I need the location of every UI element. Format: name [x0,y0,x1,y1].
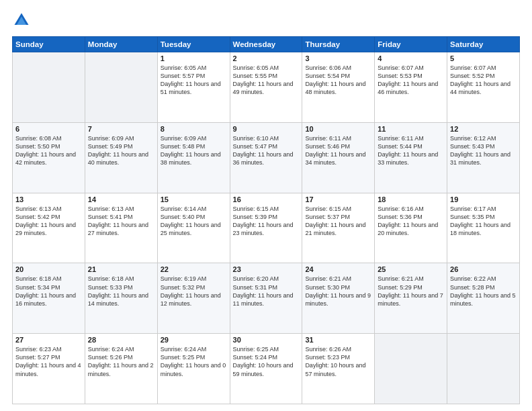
calendar-cell: 8Sunrise: 6:09 AM Sunset: 5:48 PM Daylig… [157,122,230,193]
day-info: Sunrise: 6:21 AM Sunset: 5:30 PM Dayligh… [305,275,371,308]
day-number: 11 [378,125,444,133]
calendar-cell: 17Sunrise: 6:15 AM Sunset: 5:37 PM Dayli… [302,193,375,263]
day-info: Sunrise: 6:26 AM Sunset: 5:23 PM Dayligh… [305,345,371,378]
calendar-cell: 23Sunrise: 6:20 AM Sunset: 5:31 PM Dayli… [230,263,302,334]
calendar-body: 1Sunrise: 6:05 AM Sunset: 5:57 PM Daylig… [13,52,520,404]
calendar-table: SundayMondayTuesdayWednesdayThursdayFrid… [12,36,520,404]
day-info: Sunrise: 6:13 AM Sunset: 5:42 PM Dayligh… [15,205,82,238]
day-info: Sunrise: 6:14 AM Sunset: 5:40 PM Dayligh… [161,205,227,238]
day-number: 29 [161,336,227,344]
calendar-week-3: 13Sunrise: 6:13 AM Sunset: 5:42 PM Dayli… [13,193,520,263]
calendar-cell: 12Sunrise: 6:12 AM Sunset: 5:43 PM Dayli… [447,122,520,193]
calendar-week-4: 20Sunrise: 6:18 AM Sunset: 5:34 PM Dayli… [13,263,520,334]
calendar-cell: 18Sunrise: 6:16 AM Sunset: 5:36 PM Dayli… [375,193,447,263]
day-number: 18 [378,195,444,203]
weekday-header-sunday: Sunday [13,37,85,52]
day-number: 21 [88,265,154,273]
day-number: 17 [305,195,371,203]
calendar-cell: 2Sunrise: 6:05 AM Sunset: 5:55 PM Daylig… [230,52,302,123]
weekday-header-friday: Friday [375,37,447,52]
day-info: Sunrise: 6:15 AM Sunset: 5:39 PM Dayligh… [233,205,300,238]
calendar-cell: 26Sunrise: 6:22 AM Sunset: 5:28 PM Dayli… [447,263,520,334]
calendar-cell [447,334,520,404]
day-number: 25 [378,265,444,273]
calendar-cell: 9Sunrise: 6:10 AM Sunset: 5:47 PM Daylig… [230,122,302,193]
calendar-cell: 11Sunrise: 6:11 AM Sunset: 5:44 PM Dayli… [375,122,447,193]
calendar-cell: 20Sunrise: 6:18 AM Sunset: 5:34 PM Dayli… [13,263,85,334]
calendar-cell: 30Sunrise: 6:25 AM Sunset: 5:24 PM Dayli… [230,334,302,404]
calendar-cell: 3Sunrise: 6:06 AM Sunset: 5:54 PM Daylig… [302,52,375,123]
day-number: 14 [88,195,154,203]
page: SundayMondayTuesdayWednesdayThursdayFrid… [0,0,532,411]
calendar-cell: 21Sunrise: 6:18 AM Sunset: 5:33 PM Dayli… [85,263,157,334]
day-number: 15 [161,195,227,203]
day-info: Sunrise: 6:09 AM Sunset: 5:48 PM Dayligh… [161,134,227,167]
calendar-cell: 16Sunrise: 6:15 AM Sunset: 5:39 PM Dayli… [230,193,302,263]
day-number: 31 [305,336,371,344]
calendar-cell: 25Sunrise: 6:21 AM Sunset: 5:29 PM Dayli… [375,263,447,334]
day-number: 2 [233,54,300,62]
day-number: 16 [233,195,300,203]
calendar-cell [375,334,447,404]
day-number: 28 [88,336,154,344]
calendar-week-5: 27Sunrise: 6:23 AM Sunset: 5:27 PM Dayli… [13,334,520,404]
calendar-cell [85,52,157,123]
day-number: 23 [233,265,300,273]
calendar-cell: 22Sunrise: 6:19 AM Sunset: 5:32 PM Dayli… [157,263,230,334]
day-number: 3 [305,54,371,62]
calendar-cell: 5Sunrise: 6:07 AM Sunset: 5:52 PM Daylig… [447,52,520,123]
header [12,11,520,30]
calendar-cell: 28Sunrise: 6:24 AM Sunset: 5:26 PM Dayli… [85,334,157,404]
day-number: 24 [305,265,371,273]
day-info: Sunrise: 6:08 AM Sunset: 5:50 PM Dayligh… [15,134,82,167]
weekday-header-thursday: Thursday [302,37,375,52]
day-number: 26 [450,265,517,273]
day-info: Sunrise: 6:11 AM Sunset: 5:46 PM Dayligh… [305,134,371,167]
day-info: Sunrise: 6:07 AM Sunset: 5:52 PM Dayligh… [450,64,517,97]
day-number: 6 [15,125,82,133]
day-info: Sunrise: 6:20 AM Sunset: 5:31 PM Dayligh… [233,275,300,308]
calendar-cell: 29Sunrise: 6:24 AM Sunset: 5:25 PM Dayli… [157,334,230,404]
weekday-header-wednesday: Wednesday [230,37,302,52]
day-number: 22 [161,265,227,273]
calendar-cell: 15Sunrise: 6:14 AM Sunset: 5:40 PM Dayli… [157,193,230,263]
day-number: 8 [161,125,227,133]
day-info: Sunrise: 6:24 AM Sunset: 5:25 PM Dayligh… [161,345,227,378]
calendar-cell: 14Sunrise: 6:13 AM Sunset: 5:41 PM Dayli… [85,193,157,263]
day-info: Sunrise: 6:05 AM Sunset: 5:57 PM Dayligh… [161,64,227,97]
day-number: 9 [233,125,300,133]
calendar-header: SundayMondayTuesdayWednesdayThursdayFrid… [13,37,520,52]
weekday-header-monday: Monday [85,37,157,52]
calendar-cell: 27Sunrise: 6:23 AM Sunset: 5:27 PM Dayli… [13,334,85,404]
day-info: Sunrise: 6:12 AM Sunset: 5:43 PM Dayligh… [450,134,517,167]
logo-icon [12,11,31,30]
day-number: 19 [450,195,517,203]
day-info: Sunrise: 6:22 AM Sunset: 5:28 PM Dayligh… [450,275,517,308]
day-number: 30 [233,336,300,344]
day-number: 7 [88,125,154,133]
calendar-cell: 13Sunrise: 6:13 AM Sunset: 5:42 PM Dayli… [13,193,85,263]
day-info: Sunrise: 6:25 AM Sunset: 5:24 PM Dayligh… [233,345,300,378]
day-number: 12 [450,125,517,133]
day-info: Sunrise: 6:24 AM Sunset: 5:26 PM Dayligh… [88,345,154,378]
day-info: Sunrise: 6:06 AM Sunset: 5:54 PM Dayligh… [305,64,371,97]
weekday-row: SundayMondayTuesdayWednesdayThursdayFrid… [13,37,520,52]
weekday-header-tuesday: Tuesday [157,37,230,52]
day-info: Sunrise: 6:21 AM Sunset: 5:29 PM Dayligh… [378,275,444,308]
day-number: 13 [15,195,82,203]
day-number: 20 [15,265,82,273]
day-number: 4 [378,54,444,62]
day-info: Sunrise: 6:18 AM Sunset: 5:34 PM Dayligh… [15,275,82,308]
day-info: Sunrise: 6:15 AM Sunset: 5:37 PM Dayligh… [305,205,371,238]
day-info: Sunrise: 6:18 AM Sunset: 5:33 PM Dayligh… [88,275,154,308]
day-number: 5 [450,54,517,62]
logo [12,11,34,30]
calendar-cell: 24Sunrise: 6:21 AM Sunset: 5:30 PM Dayli… [302,263,375,334]
calendar-week-1: 1Sunrise: 6:05 AM Sunset: 5:57 PM Daylig… [13,52,520,123]
day-number: 27 [15,336,82,344]
day-info: Sunrise: 6:19 AM Sunset: 5:32 PM Dayligh… [161,275,227,308]
day-number: 1 [161,54,227,62]
calendar-cell: 4Sunrise: 6:07 AM Sunset: 5:53 PM Daylig… [375,52,447,123]
day-info: Sunrise: 6:09 AM Sunset: 5:49 PM Dayligh… [88,134,154,167]
calendar-cell: 1Sunrise: 6:05 AM Sunset: 5:57 PM Daylig… [157,52,230,123]
